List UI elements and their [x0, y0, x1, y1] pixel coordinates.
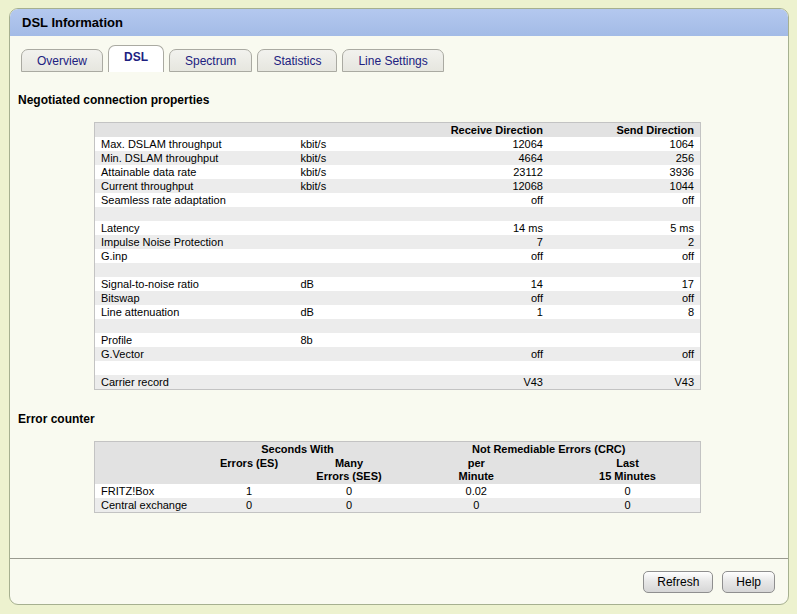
connection-section-heading: Negotiated connection properties: [18, 93, 788, 107]
property-label: Current throughput: [95, 179, 295, 193]
property-unit: [294, 347, 379, 361]
property-label: [95, 319, 295, 333]
empty-header-cell: [95, 442, 198, 457]
property-label: [95, 361, 295, 375]
receive-value: 1: [379, 305, 549, 319]
error-table-column-header-row: Errors (ES) Many Errors (SES) per Minute…: [95, 456, 701, 484]
receive-value: off: [379, 193, 549, 207]
help-button[interactable]: Help: [722, 571, 775, 593]
tab-spectrum[interactable]: Spectrum: [169, 49, 252, 72]
crc-per-minute-value: 0: [397, 498, 555, 513]
property-unit: kbit/s: [294, 151, 379, 165]
connection-table-row: G.Vector off off: [95, 347, 701, 361]
property-label: [95, 263, 295, 277]
property-unit: [294, 375, 379, 390]
send-value: [549, 207, 701, 221]
connection-table-row: [95, 361, 701, 375]
send-value: off: [549, 347, 701, 361]
tab-dsl[interactable]: DSL: [108, 45, 164, 72]
property-unit: [294, 249, 379, 263]
page-title: DSL Information: [22, 15, 123, 30]
crc-per-minute-value: 0.02: [397, 484, 555, 498]
button-footer: Refresh Help: [10, 558, 788, 604]
receive-value: off: [379, 347, 549, 361]
send-value: V43: [549, 375, 701, 390]
connection-table-row: Impulse Noise Protection 7 2: [95, 235, 701, 249]
connection-table-row: [95, 207, 701, 221]
connection-table-row: Current throughput kbit/s 12068 1044: [95, 179, 701, 193]
tab-line-settings[interactable]: Line Settings: [342, 49, 443, 72]
tab-overview[interactable]: Overview: [21, 49, 103, 72]
crc-last-15-minutes-value: 0: [555, 484, 700, 498]
receive-value: V43: [379, 375, 549, 390]
receive-value: 4664: [379, 151, 549, 165]
refresh-button[interactable]: Refresh: [643, 571, 713, 593]
receive-value: 14 ms: [379, 221, 549, 235]
column-header-per-minute: per Minute: [397, 456, 555, 484]
property-label: Attainable data rate: [95, 165, 295, 179]
column-header-many-errors-ses: Many Errors (SES): [301, 456, 398, 484]
property-unit: [294, 221, 379, 235]
connection-table-row: [95, 263, 701, 277]
receive-value: off: [379, 291, 549, 305]
empty-header-cell: [294, 123, 379, 138]
send-value: 5 ms: [549, 221, 701, 235]
property-label: Max. DSLAM throughput: [95, 137, 295, 151]
tab-content-dsl: Negotiated connection properties Receive…: [10, 72, 788, 558]
property-label: Latency: [95, 221, 295, 235]
connection-table-row: Seamless rate adaptation off off: [95, 193, 701, 207]
errors-ses-value: 0: [301, 484, 398, 498]
connection-table-row: G.inp off off: [95, 249, 701, 263]
property-unit: [294, 235, 379, 249]
property-label: Carrier record: [95, 375, 295, 390]
receive-value: [379, 263, 549, 277]
property-unit: [294, 193, 379, 207]
empty-header-cell: [95, 123, 295, 138]
receive-value: [379, 319, 549, 333]
connection-table-row: Signal-to-noise ratio dB 14 17: [95, 277, 701, 291]
send-value: off: [549, 291, 701, 305]
property-unit: [294, 361, 379, 375]
tab-bar: Overview DSL Spectrum Statistics Line Se…: [10, 36, 788, 72]
panel-titlebar: DSL Information: [10, 9, 788, 36]
connection-table-row: [95, 319, 701, 333]
connection-properties-table: Receive Direction Send Direction Max. DS…: [94, 122, 701, 390]
tab-statistics[interactable]: Statistics: [257, 49, 337, 72]
error-table-row: FRITZ!Box 1 0 0.02 0: [95, 484, 701, 498]
connection-table-row: Line attenuation dB 1 8: [95, 305, 701, 319]
send-value: 17: [549, 277, 701, 291]
property-label: Min. DSLAM throughput: [95, 151, 295, 165]
property-unit: [294, 291, 379, 305]
property-label: Bitswap: [95, 291, 295, 305]
send-value: [549, 333, 701, 347]
column-header-send-direction: Send Direction: [549, 123, 701, 138]
device-label: Central exchange: [95, 498, 198, 513]
property-unit: dB: [294, 305, 379, 319]
receive-value: [379, 207, 549, 221]
property-label: Line attenuation: [95, 305, 295, 319]
send-value: 1064: [549, 137, 701, 151]
property-label: Seamless rate adaptation: [95, 193, 295, 207]
connection-table-row: Max. DSLAM throughput kbit/s 12064 1064: [95, 137, 701, 151]
send-value: [549, 319, 701, 333]
column-header-errors-es: Errors (ES): [198, 456, 301, 484]
error-table-row: Central exchange 0 0 0 0: [95, 498, 701, 513]
send-value: 3936: [549, 165, 701, 179]
send-value: 2: [549, 235, 701, 249]
device-label: FRITZ!Box: [95, 484, 198, 498]
property-label: Impulse Noise Protection: [95, 235, 295, 249]
receive-value: 23112: [379, 165, 549, 179]
group-header-crc: Not Remediable Errors (CRC): [397, 442, 700, 457]
send-value: 8: [549, 305, 701, 319]
send-value: 1044: [549, 179, 701, 193]
receive-value: 12064: [379, 137, 549, 151]
column-header-receive-direction: Receive Direction: [379, 123, 549, 138]
send-value: off: [549, 193, 701, 207]
property-unit: [294, 207, 379, 221]
receive-value: [379, 361, 549, 375]
property-unit: kbit/s: [294, 137, 379, 151]
empty-header-cell: [95, 456, 198, 484]
connection-table-row: Attainable data rate kbit/s 23112 3936: [95, 165, 701, 179]
group-header-seconds-with: Seconds With: [198, 442, 398, 457]
errors-es-value: 1: [198, 484, 301, 498]
